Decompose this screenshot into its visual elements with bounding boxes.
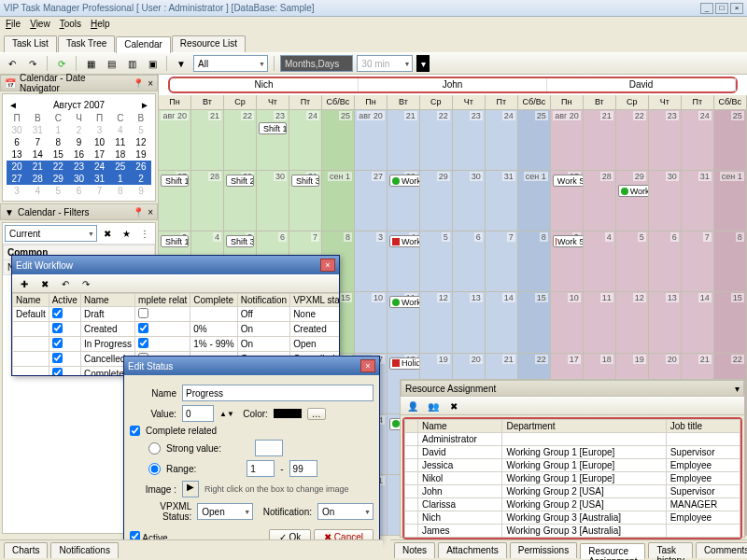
close-icon[interactable]: ×: [320, 259, 335, 272]
pin-icon[interactable]: 📍: [133, 207, 144, 217]
wf-btn3[interactable]: ↶: [57, 275, 74, 292]
vpxml-dropdown[interactable]: Open: [197, 503, 253, 520]
filter-icon[interactable]: ▼: [173, 55, 190, 72]
panel-menu-icon[interactable]: ▾: [735, 384, 740, 394]
calendar-event[interactable]: Shift 1: [161, 235, 189, 247]
view1-icon[interactable]: ▦: [82, 55, 99, 72]
tab-notes[interactable]: Notes: [394, 542, 435, 558]
filter-btn1[interactable]: ✖: [99, 225, 116, 242]
menu-tools[interactable]: Tools: [60, 19, 81, 32]
calendar-event[interactable]: Shift 2: [226, 175, 254, 187]
menu-help[interactable]: Help: [91, 19, 110, 32]
resource-assignment-panel: Resource Assignment▾ 👤 👥 ✖ NameDepartmen…: [400, 379, 745, 538]
resource-nich[interactable]: Nich: [170, 78, 359, 91]
complete-related-check[interactable]: [130, 426, 140, 436]
menu-file[interactable]: File: [6, 19, 21, 32]
range-radio[interactable]: [148, 463, 161, 475]
redo-icon[interactable]: ↷: [24, 55, 41, 72]
tab-rsrc-assign[interactable]: Resource Assignment: [580, 543, 645, 559]
menubar: File View Tools Help: [0, 17, 747, 34]
nav-header: 📅 Calendar - Date Navigator 📍 ×: [0, 75, 158, 91]
wf-btn4[interactable]: ↷: [78, 275, 94, 292]
tab-permissions[interactable]: Permissions: [510, 542, 577, 558]
close-button[interactable]: ×: [730, 3, 743, 14]
value-field[interactable]: [182, 405, 214, 422]
wf-btn1[interactable]: ✚: [16, 275, 33, 292]
filters-header: ▼ Calendar - Filters 📍 ×: [0, 203, 158, 220]
strong-field[interactable]: [255, 440, 283, 456]
calendar-event[interactable]: Work Shift 1st: [618, 185, 649, 197]
date-navigator[interactable]: ◄Август 2007► ПВСЧПСВ3031123456789101112…: [2, 93, 156, 202]
panel-close-icon[interactable]: ×: [148, 78, 153, 89]
prev-month-icon[interactable]: ◄: [8, 100, 18, 110]
refresh-icon[interactable]: ⟳: [53, 55, 70, 72]
view2-icon[interactable]: ▤: [103, 55, 120, 72]
filter-btn2[interactable]: ★: [118, 225, 134, 242]
calendar-event[interactable]: Work Shift 1st: [553, 235, 584, 247]
menu-view[interactable]: View: [30, 19, 50, 32]
tab-tasktree[interactable]: Task Tree: [58, 35, 115, 52]
undo-icon[interactable]: ↶: [4, 55, 21, 72]
tab-resourcelist[interactable]: Resource List: [172, 35, 246, 52]
calendar-event[interactable]: Shift 1: [161, 175, 189, 187]
wf-btn2[interactable]: ✖: [36, 275, 53, 292]
calendar-event[interactable]: Work Shift 2nd: [389, 235, 420, 247]
range-to[interactable]: [289, 460, 317, 477]
name-field[interactable]: [182, 385, 374, 401]
interval-btn[interactable]: ▾: [416, 55, 430, 72]
resource-john[interactable]: John: [359, 78, 547, 91]
bottom-tabs-left: Charts Notifications: [0, 539, 383, 560]
calendar-event[interactable]: Work Shift 2nd: [389, 175, 420, 187]
filter-all[interactable]: All: [193, 55, 268, 72]
filter-current[interactable]: Current: [5, 225, 97, 242]
view3-icon[interactable]: ▥: [123, 55, 140, 72]
next-month-icon[interactable]: ►: [140, 100, 149, 110]
tab-charts[interactable]: Charts: [4, 542, 48, 558]
tab-calendar[interactable]: Calendar: [116, 36, 171, 53]
color-more[interactable]: …: [307, 408, 326, 420]
close-icon[interactable]: ×: [360, 359, 375, 372]
filter-btn3[interactable]: ⋮: [136, 225, 153, 242]
edit-status-dialog: Edit Status× Name Value:▲▼ Color:… Compl…: [123, 356, 380, 542]
rs-btn3[interactable]: ✖: [445, 398, 462, 414]
range-from[interactable]: [247, 460, 275, 477]
tab-tasklist[interactable]: Task List: [4, 35, 57, 52]
panel-close-icon[interactable]: ×: [148, 207, 153, 217]
rs-btn1[interactable]: 👤: [404, 398, 421, 414]
calendar-event[interactable]: Shift 3: [226, 235, 254, 247]
strong-radio[interactable]: [148, 442, 161, 455]
tab-attachments[interactable]: Attachments: [438, 542, 507, 558]
rs-btn2[interactable]: 👥: [425, 398, 442, 414]
interval-dropdown[interactable]: 30 min: [357, 55, 413, 72]
calendar-event[interactable]: Holidays: [389, 357, 420, 370]
main-tabs: Task List Task Tree Calendar Resource Li…: [0, 34, 747, 52]
calendar-event[interactable]: Shift 1: [259, 122, 287, 134]
tab-taskhistory[interactable]: Task history: [648, 542, 692, 558]
bottom-tabs-right: Notes Attachments Permissions Resource A…: [390, 539, 747, 560]
filter-icon: ▼: [5, 207, 14, 217]
notif-dropdown[interactable]: On: [317, 503, 374, 520]
titlebar: VIP Task Manager Professional [ User : A…: [0, 0, 747, 17]
minimize-button[interactable]: _: [700, 3, 713, 14]
tab-comments[interactable]: Comments: [696, 542, 747, 558]
app-title: VIP Task Manager Professional [ User : A…: [4, 3, 700, 13]
calendar-icon: 📅: [5, 78, 16, 89]
pin-icon[interactable]: 📍: [133, 78, 144, 89]
tab-notifications[interactable]: Notifications: [50, 542, 118, 558]
calendar-event[interactable]: Work Shift 2nd: [553, 175, 584, 187]
calendar-event[interactable]: Shift 3: [291, 175, 319, 187]
maximize-button[interactable]: □: [715, 3, 728, 14]
color-swatch[interactable]: [274, 409, 302, 418]
window-buttons: _ □ ×: [700, 3, 743, 14]
resource-header: Nich John David: [168, 77, 738, 93]
calendar-event[interactable]: Work Shift 2nd: [389, 296, 420, 308]
image-box[interactable]: ▶: [182, 481, 199, 497]
toolbar: ↶ ↷ ⟳ ▦ ▤ ▥ ▣ ▼ All Months,Days 30 min ▾: [0, 52, 747, 75]
timescale-dropdown[interactable]: Months,Days: [280, 55, 353, 72]
resource-david[interactable]: David: [547, 78, 736, 91]
view4-icon[interactable]: ▣: [144, 55, 161, 72]
